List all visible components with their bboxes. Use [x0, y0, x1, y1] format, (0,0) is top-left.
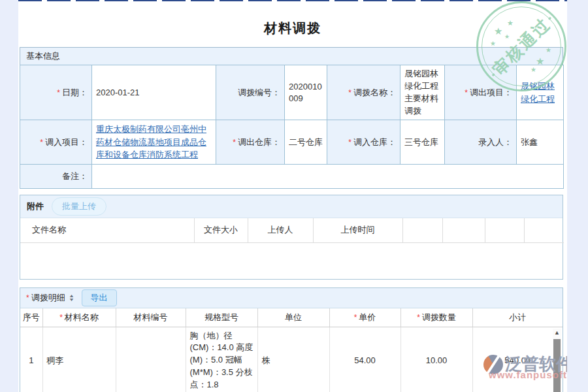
row-seq: 1 — [20, 327, 42, 392]
required-marker: * — [26, 293, 29, 302]
row-material-name[interactable]: 稠李 — [42, 327, 116, 392]
attachments-section: 附件 批量上传 文件名称 文件大小 上传人 上传时间 — [20, 195, 563, 280]
required-marker: * — [348, 88, 351, 97]
row-qty: 10.00 — [400, 327, 472, 392]
out-project-label: *调出项目： — [445, 65, 517, 120]
col-uploader: 上传人 — [248, 218, 313, 242]
recorder-value: 张鑫 — [517, 120, 564, 165]
basic-info-row-2: *调入项目： 重庆太极制药有限公司亳州中药材仓储物流基地项目成品仓库和设备仓库消… — [20, 120, 564, 165]
sort-control[interactable]: ▲▼ — [69, 294, 74, 302]
transfer-no-value: 2020010009 — [285, 65, 327, 120]
detail-row: 1 稠李 胸（地）径(CM)：14.0 高度(M)：5.0 冠幅(M*M)：3.… — [20, 327, 563, 392]
required-marker: * — [417, 313, 420, 322]
basic-info-section: 基本信息 *日期： 2020-01-21 调拨编号： 2020010009 *调… — [20, 47, 563, 189]
basic-info-row-3: 备注： — [20, 164, 564, 188]
form-card: 材料调拨 基本信息 *日期： 2020-01-21 调拨编号： 20200100… — [18, 0, 567, 392]
required-marker: * — [40, 138, 43, 147]
row-unit: 株 — [257, 327, 329, 392]
date-label: *日期： — [20, 65, 92, 120]
vertical-scrollbar[interactable]: ▲ — [553, 329, 561, 392]
col-empty — [442, 218, 485, 242]
row-spec: 胸（地）径(CM)：14.0 高度(M)：5.0 冠幅(M*M)：3.5 分枝点… — [186, 327, 257, 392]
out-warehouse-label: *调出仓库： — [216, 120, 285, 165]
basic-info-header: 基本信息 — [20, 47, 563, 65]
out-warehouse-value[interactable]: 二号仓库 — [285, 120, 327, 165]
required-marker: * — [57, 88, 60, 97]
out-project-cell: 晟铭园林绿化工程 — [517, 65, 564, 120]
col-file-name: 文件名称 — [20, 218, 194, 242]
sort-down-icon: ▼ — [69, 298, 74, 302]
remark-value[interactable] — [92, 164, 564, 188]
required-marker: * — [233, 138, 236, 147]
details-header: *调拨明细 ▲▼ 导出 — [20, 288, 563, 308]
basic-info-table: *日期： 2020-01-21 调拨编号： 2020010009 *调拨名称： … — [20, 65, 564, 189]
required-marker: * — [59, 313, 63, 322]
export-button[interactable]: 导出 — [82, 289, 117, 306]
details-section: *调拨明细 ▲▼ 导出 序号 *材料名称 材料编号 规格型号 单位 *单价 *调… — [20, 287, 563, 392]
required-marker: * — [354, 313, 357, 322]
star-icon: ★ — [490, 40, 496, 47]
col-file-size: 文件大小 — [194, 218, 248, 242]
attachments-header-row: 文件名称 文件大小 上传人 上传时间 — [20, 218, 564, 242]
col-empty — [402, 218, 442, 242]
in-warehouse-value[interactable]: 三号仓库 — [400, 120, 445, 165]
transfer-name-label: *调拨名称： — [327, 65, 400, 120]
in-project-cell: 重庆太极制药有限公司亳州中药材仓储物流基地项目成品仓库和设备仓库消防系统工程 — [92, 120, 216, 165]
transfer-no-label: 调拨编号： — [216, 65, 285, 120]
recorder-label: 录入人： — [445, 120, 517, 165]
out-project-link[interactable]: 晟铭园林绿化工程 — [521, 81, 555, 104]
col-qty: *调拨数量 — [400, 308, 472, 327]
col-subtotal: 小计 — [472, 308, 563, 327]
col-seq: 序号 — [20, 308, 42, 327]
attachments-title: 附件 — [27, 201, 44, 212]
basic-info-row-1: *日期： 2020-01-21 调拨编号： 2020010009 *调拨名称： … — [20, 65, 564, 120]
batch-upload-button[interactable]: 批量上传 — [52, 197, 106, 216]
col-upload-time: 上传时间 — [313, 218, 402, 242]
col-empty — [485, 218, 524, 242]
scroll-up-icon[interactable]: ▲ — [554, 329, 560, 337]
col-material-code: 材料编号 — [116, 308, 186, 327]
col-empty — [524, 218, 564, 242]
col-price: *单价 — [329, 308, 400, 327]
in-project-link[interactable]: 重庆太极制药有限公司亳州中药材仓储物流基地项目成品仓库和设备仓库消防系统工程 — [96, 124, 206, 159]
transfer-name-value: 晟铭园林绿化工程主要材料调拨 — [400, 65, 445, 120]
col-spec: 规格型号 — [186, 308, 257, 327]
details-header-row: 序号 *材料名称 材料编号 规格型号 单位 *单价 *调拨数量 小计 — [20, 308, 563, 327]
remark-label: 备注： — [20, 164, 92, 188]
row-price: 54.00 — [329, 327, 400, 392]
attachments-header: 附件 批量上传 — [20, 195, 563, 218]
page-title: 材料调拨 — [18, 20, 567, 37]
row-material-code — [116, 327, 186, 392]
details-table: 序号 *材料名称 材料编号 规格型号 单位 *单价 *调拨数量 小计 1 稠李 … — [20, 308, 563, 392]
in-project-label: *调入项目： — [20, 120, 92, 165]
col-material-name: *材料名称 — [42, 308, 116, 327]
date-value[interactable]: 2020-01-21 — [92, 65, 216, 120]
in-warehouse-label: *调入仓库： — [327, 120, 400, 165]
attachments-table: 文件名称 文件大小 上传人 上传时间 — [20, 218, 564, 243]
col-unit: 单位 — [257, 308, 329, 327]
required-marker: * — [348, 138, 351, 147]
scrollbar-thumb[interactable] — [553, 339, 561, 392]
required-marker: * — [465, 88, 468, 97]
row-subtotal: 540.00 — [472, 327, 563, 392]
details-title: *调拨明细 — [26, 292, 65, 304]
